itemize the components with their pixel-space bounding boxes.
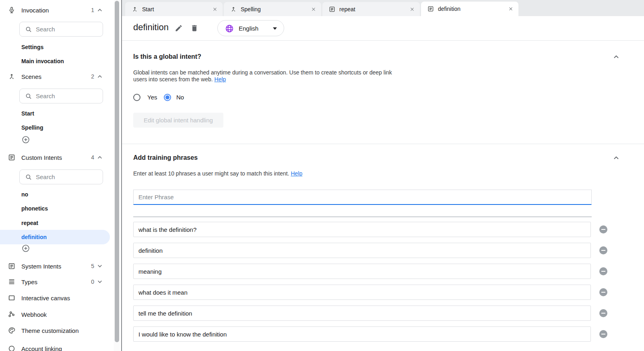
palette-icon <box>8 327 15 334</box>
scenes-search <box>19 89 103 103</box>
radio-yes[interactable] <box>133 94 140 101</box>
section-label: System Intents <box>21 263 61 270</box>
chevron-down-icon[interactable] <box>97 263 103 269</box>
tab-repeat[interactable]: repeat <box>322 2 420 16</box>
canvas-icon <box>8 294 15 301</box>
enter-phrase-input[interactable] <box>133 190 592 205</box>
tab-bar: Start Spelling repeat definition <box>122 0 644 16</box>
list-lines-icon <box>8 278 15 285</box>
delete-icon[interactable] <box>190 24 198 32</box>
close-icon[interactable] <box>409 6 415 12</box>
section-count: 4 <box>87 154 94 161</box>
tab-spelling[interactable]: Spelling <box>224 2 321 16</box>
sidebar-item-interactive-canvas[interactable]: Interactive canvas <box>0 291 114 305</box>
custom-intents-search <box>19 169 103 184</box>
sidebar: Invocation 1 Settings Main invocation Sc… <box>0 0 121 351</box>
sidebar-item-spelling[interactable]: Spelling <box>0 120 114 135</box>
section-label: Custom Intents <box>21 154 62 161</box>
section-label: Invocation <box>21 7 49 14</box>
page-title: definition <box>133 22 169 33</box>
invocation-search <box>19 22 103 37</box>
search-input[interactable] <box>36 89 100 103</box>
sidebar-section-scenes[interactable]: Scenes 2 <box>0 69 114 84</box>
close-icon[interactable] <box>212 6 218 12</box>
scrollbar-thumb[interactable] <box>115 1 119 342</box>
language-label: English <box>239 25 258 32</box>
remove-phrase-button[interactable] <box>599 288 607 296</box>
dropdown-caret-icon <box>273 27 277 30</box>
divider <box>122 144 644 144</box>
radio-no-selected[interactable] <box>164 94 171 101</box>
sidebar-scrollbar <box>114 0 120 351</box>
help-link[interactable]: Help <box>291 170 302 177</box>
intent-icon <box>8 262 15 270</box>
add-scene-button[interactable] <box>22 136 30 144</box>
tab-start[interactable]: Start <box>125 2 223 16</box>
language-selector[interactable]: English <box>217 20 284 36</box>
global-intent-heading: Is this a global intent? <box>133 53 201 60</box>
sidebar-item-theme-customization[interactable]: Theme customization <box>0 323 114 338</box>
section-count: 5 <box>87 263 94 269</box>
close-icon[interactable] <box>508 6 514 12</box>
sidebar-item-webhook[interactable]: Webhook <box>0 307 114 322</box>
intent-icon <box>329 6 335 12</box>
chevron-up-icon[interactable] <box>97 154 103 161</box>
sidebar-item-definition-selected[interactable]: definition <box>0 230 110 244</box>
training-phrase-row[interactable]: meaning <box>133 264 591 279</box>
section-label: Scenes <box>21 73 41 80</box>
webhook-icon <box>8 311 15 318</box>
edit-global-intent-button[interactable]: Edit global intent handling <box>133 113 223 128</box>
remove-phrase-button[interactable] <box>599 225 607 233</box>
training-phrase-row[interactable]: what does it mean <box>133 285 591 300</box>
scene-icon <box>8 73 15 80</box>
global-intent-description: Global intents can be matched anytime du… <box>133 69 407 83</box>
section-label: Types <box>21 279 37 285</box>
search-icon <box>25 93 32 100</box>
chevron-down-icon[interactable] <box>97 279 103 285</box>
sidebar-section-system-intents[interactable]: System Intents 5 <box>0 259 114 273</box>
divider <box>133 216 592 217</box>
intent-icon <box>8 154 15 161</box>
scene-icon <box>230 6 237 12</box>
search-input[interactable] <box>36 22 100 36</box>
sidebar-section-types[interactable]: Types 0 <box>0 275 114 289</box>
sidebar-item-no[interactable]: no <box>0 187 114 202</box>
chevron-up-icon[interactable] <box>97 73 103 80</box>
training-phrase-row[interactable]: what is the definition? <box>133 222 591 237</box>
search-input[interactable] <box>36 170 100 184</box>
account-icon <box>8 345 15 351</box>
divider <box>122 40 644 41</box>
training-phrases-description: Enter at least 10 phrases a user might s… <box>133 170 439 177</box>
sidebar-item-start[interactable]: Start <box>0 106 114 121</box>
help-link[interactable]: Help <box>215 76 226 83</box>
remove-phrase-button[interactable] <box>599 246 607 254</box>
remove-phrase-button[interactable] <box>599 309 607 317</box>
search-icon <box>25 26 32 33</box>
collapse-chevron-icon[interactable] <box>613 53 620 60</box>
edit-icon[interactable] <box>175 24 183 32</box>
training-phrase-row[interactable]: definition <box>133 243 591 258</box>
main-panel: Start Spelling repeat definition definit… <box>122 0 644 351</box>
close-icon[interactable] <box>311 6 316 12</box>
sidebar-section-custom-intents[interactable]: Custom Intents 4 <box>0 150 114 165</box>
sidebar-item-repeat[interactable]: repeat <box>0 216 114 230</box>
training-phrase-row[interactable]: tell me the definition <box>133 306 591 321</box>
remove-phrase-button[interactable] <box>599 330 607 338</box>
sidebar-item-account-linking[interactable]: Account linking <box>0 341 114 351</box>
actions-console: Invocation 1 Settings Main invocation Sc… <box>0 0 644 351</box>
remove-phrase-button[interactable] <box>599 267 607 275</box>
globe-icon <box>225 24 234 33</box>
intent-icon <box>427 6 434 12</box>
chevron-up-icon[interactable] <box>97 7 103 13</box>
section-count: 2 <box>87 73 94 80</box>
add-intent-button[interactable] <box>22 244 30 252</box>
training-phrase-row[interactable]: I would like to know the definition <box>133 326 591 342</box>
sidebar-section-invocation[interactable]: Invocation 1 <box>0 3 114 17</box>
section-count: 0 <box>87 279 94 285</box>
sidebar-item-settings[interactable]: Settings <box>0 40 114 54</box>
sidebar-item-phonetics[interactable]: phonetics <box>0 201 114 216</box>
microphone-icon <box>8 6 15 14</box>
sidebar-item-main-invocation[interactable]: Main invocation <box>0 54 114 68</box>
collapse-chevron-icon[interactable] <box>613 154 620 161</box>
tab-definition-active[interactable]: definition <box>421 2 518 16</box>
